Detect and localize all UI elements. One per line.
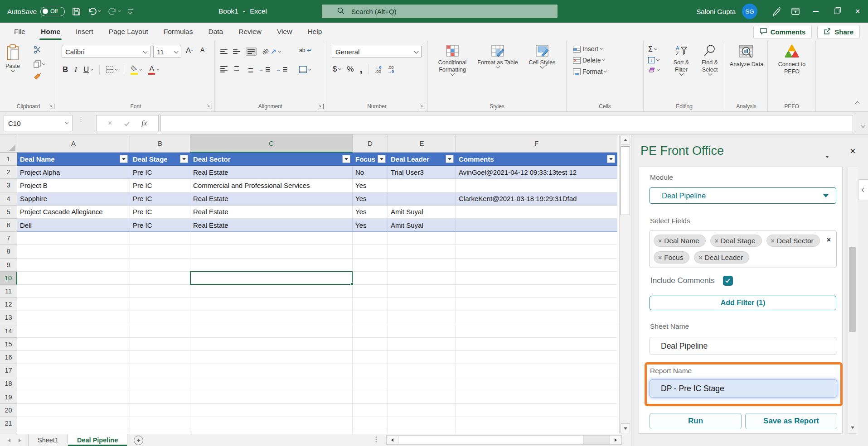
save-icon[interactable] [72, 7, 81, 16]
cell-D12[interactable] [353, 298, 388, 311]
cell-E13[interactable] [388, 311, 456, 324]
cell-E7[interactable] [388, 232, 456, 245]
cell-C4[interactable]: Real Estate [190, 192, 353, 206]
find-select-button[interactable]: Find & Select [696, 44, 723, 75]
tab-insert[interactable]: Insert [68, 23, 101, 41]
cell-B18[interactable] [130, 377, 190, 390]
column-header-D[interactable]: D [353, 134, 388, 153]
cell-D2[interactable]: No [353, 166, 388, 179]
cell-A3[interactable]: Project B [17, 179, 130, 192]
row-header-2[interactable]: 2 [0, 166, 17, 179]
row-header-15[interactable]: 15 [0, 338, 17, 351]
cell-F11[interactable] [456, 285, 617, 298]
cell-A14[interactable] [17, 324, 130, 337]
insert-cells-button[interactable]: Insert [573, 45, 606, 53]
autosave-toggle[interactable]: AutoSave Off [7, 7, 65, 16]
font-color-button[interactable]: A [148, 64, 159, 75]
add-filter-button[interactable]: Add Filter (1) [650, 296, 836, 310]
row-header-18[interactable]: 18 [0, 377, 17, 390]
column-header-B[interactable]: B [130, 134, 190, 153]
new-sheet-button[interactable]: + [134, 436, 143, 445]
align-left-icon[interactable] [220, 66, 228, 72]
cell-A15[interactable] [17, 338, 130, 351]
row-header-6[interactable]: 6 [0, 219, 17, 232]
align-middle-icon[interactable] [233, 49, 240, 54]
tab-review[interactable]: Review [231, 23, 269, 41]
ribbon-display-options-icon[interactable] [786, 0, 805, 23]
search-input[interactable]: Search (Alt+Q) [322, 5, 558, 18]
column-header-C[interactable]: C [190, 134, 353, 153]
field-chip-deal-stage[interactable]: ×Deal Stage [710, 235, 762, 247]
cell-F14[interactable] [456, 324, 617, 337]
cell-D11[interactable] [353, 285, 388, 298]
expand-formula-bar-icon[interactable] [862, 121, 864, 129]
cell-D8[interactable] [353, 245, 388, 258]
cell-E8[interactable] [388, 245, 456, 258]
pane-collapse-icon[interactable] [858, 179, 868, 200]
cell-F8[interactable] [456, 245, 617, 258]
cell-C6[interactable]: Real Estate [190, 219, 353, 232]
tab-formulas[interactable]: Formulas [156, 23, 201, 41]
cell-F6[interactable] [456, 219, 617, 232]
cell-A8[interactable] [17, 245, 130, 258]
cut-icon[interactable] [34, 46, 45, 55]
remove-chip-icon[interactable]: × [715, 237, 718, 245]
row-header-4[interactable]: 4 [0, 192, 17, 206]
number-dialog-launcher[interactable]: ↘ [420, 104, 425, 109]
horizontal-scroll-thumb[interactable] [398, 436, 583, 444]
cell-F22[interactable] [456, 430, 617, 434]
italic-button[interactable]: I [74, 65, 77, 74]
row-header-22[interactable]: 22 [0, 430, 17, 434]
row-header-21[interactable]: 21 [0, 417, 17, 430]
restore-button[interactable] [826, 0, 847, 23]
cell-B2[interactable]: Pre IC [130, 166, 190, 179]
cell-E10[interactable] [388, 272, 456, 285]
cell-B4[interactable]: Pre IC [130, 192, 190, 206]
cell-B12[interactable] [130, 298, 190, 311]
cell-A2[interactable]: Project Alpha [17, 166, 130, 179]
row-header-3[interactable]: 3 [0, 179, 17, 192]
autosum-button[interactable]: Σ [648, 45, 659, 53]
cell-F1[interactable]: Comments [456, 153, 617, 166]
cell-F7[interactable] [456, 232, 617, 245]
filter-button-focus[interactable] [378, 155, 386, 163]
cell-A5[interactable]: Project Cascade Allegiance [17, 206, 130, 219]
clear-fields-icon[interactable]: × [827, 236, 831, 244]
row-header-17[interactable]: 17 [0, 364, 17, 377]
cell-F15[interactable] [456, 338, 617, 351]
row-header-10[interactable]: 10 [0, 272, 17, 285]
wrap-text-button[interactable]: ab↩ [299, 47, 311, 53]
customize-quick-access-icon[interactable] [128, 9, 133, 14]
percent-style-button[interactable]: % [347, 65, 354, 74]
cell-A17[interactable] [17, 364, 130, 377]
cell-E22[interactable] [388, 430, 456, 434]
sheet-name-input[interactable]: Deal Pipeline [650, 337, 837, 355]
close-button[interactable]: × [847, 0, 868, 23]
row-header-8[interactable]: 8 [0, 245, 17, 258]
tab-page-layout[interactable]: Page Layout [101, 23, 156, 41]
cell-A11[interactable] [17, 285, 130, 298]
cell-E16[interactable] [388, 351, 456, 364]
align-center-icon[interactable] [233, 66, 240, 72]
accounting-format-button[interactable]: $ [333, 65, 341, 74]
redo-button[interactable] [108, 7, 121, 15]
cell-B16[interactable] [130, 351, 190, 364]
alignment-dialog-launcher[interactable]: ↘ [318, 104, 324, 109]
merge-center-button[interactable] [299, 66, 311, 73]
font-name-combo[interactable]: Calibri [62, 46, 150, 58]
cell-B1[interactable]: Deal Stage [130, 153, 190, 166]
align-top-icon[interactable] [220, 49, 228, 54]
cell-A20[interactable] [17, 404, 130, 417]
name-box[interactable]: C10 [4, 115, 73, 131]
cell-D9[interactable] [353, 259, 388, 272]
format-as-table-button[interactable]: Format as Table [476, 44, 519, 68]
cell-F19[interactable] [456, 390, 617, 403]
pane-scroll-thumb[interactable] [849, 247, 856, 332]
cell-E20[interactable] [388, 404, 456, 417]
cell-D1[interactable]: Focus [353, 153, 388, 166]
cell-E14[interactable] [388, 324, 456, 337]
cell-F18[interactable] [456, 377, 617, 390]
decrease-decimal-icon[interactable]: .00→0 [388, 65, 394, 73]
cell-C11[interactable] [190, 285, 353, 298]
cell-F5[interactable] [456, 206, 617, 219]
